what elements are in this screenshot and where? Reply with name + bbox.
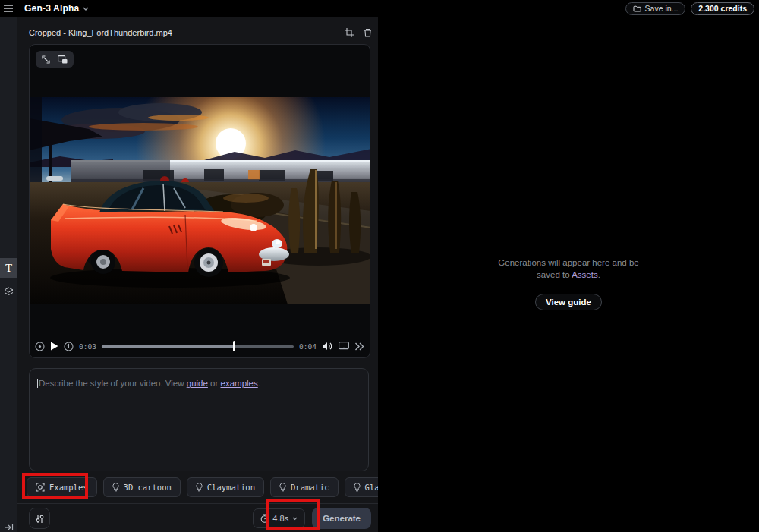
style-chips-row: Examples 3D cartoon Claymation Dramatic … — [27, 477, 378, 498]
video-preview: 0:03 0:04 — [29, 44, 370, 358]
results-area: Generations will appear here and be save… — [378, 17, 759, 532]
examples-link[interactable]: examples — [221, 379, 258, 388]
lightbulb-icon — [279, 483, 286, 492]
play-button[interactable] — [50, 342, 58, 351]
play-icon — [50, 342, 58, 351]
generate-button[interactable]: Generate — [312, 508, 371, 529]
divider — [17, 503, 378, 504]
top-bar: Gen-3 Alpha Save in... 2.300 credits — [0, 0, 759, 17]
sliders-icon — [36, 514, 44, 524]
crop-icon — [345, 28, 354, 37]
player-controls: 0:03 0:04 — [35, 338, 364, 354]
loop-button[interactable] — [64, 342, 74, 351]
display-icon — [339, 342, 349, 351]
present-button[interactable] — [339, 342, 349, 351]
video-frame-car-sunset[interactable] — [30, 97, 370, 304]
prompt-placeholder: Describe the style of your video. View g… — [37, 379, 260, 388]
editor-panel: Cropped - Kling_FordThunderbird.mp4 — [17, 17, 378, 532]
empty-line1: Generations will appear here and be — [498, 258, 638, 267]
double-chevron-icon — [354, 342, 364, 351]
style-chip-dramatic[interactable]: Dramatic — [270, 477, 339, 497]
expand-diagonal-icon — [42, 55, 50, 64]
save-in-button[interactable]: Save in... — [625, 2, 686, 15]
clip-header: Cropped - Kling_FordThunderbird.mp4 — [29, 26, 372, 39]
playhead-handle[interactable] — [233, 341, 235, 351]
style-chip-examples[interactable]: Examples — [27, 477, 97, 497]
prompt-input[interactable]: Describe the style of your video. View g… — [29, 368, 369, 471]
current-time: 0:03 — [79, 342, 96, 351]
layers-button[interactable] — [0, 282, 17, 301]
style-chip-glass[interactable]: Glass — [345, 477, 378, 497]
arrow-to-right-icon — [5, 524, 14, 531]
skip-forward-button[interactable] — [354, 342, 364, 351]
trash-icon — [364, 28, 372, 37]
menu-icon[interactable] — [0, 0, 17, 17]
playback-speed-button[interactable] — [35, 342, 45, 351]
speed-dial-icon — [35, 342, 45, 351]
seek-bar[interactable] — [102, 345, 294, 348]
text-caret — [37, 379, 38, 388]
view-guide-button[interactable]: View guide — [535, 294, 602, 310]
lightbulb-icon — [354, 483, 361, 492]
duration-dropdown[interactable]: 4.8s — [253, 508, 305, 528]
crop-button[interactable] — [345, 28, 354, 37]
left-rail: T — [0, 17, 17, 532]
model-title: Gen-3 Alpha — [24, 3, 79, 14]
text-tool-label: T — [5, 263, 12, 274]
duration-value: 4.8s — [272, 514, 288, 523]
loop-icon — [64, 342, 74, 351]
lightbulb-icon — [196, 483, 203, 492]
resize-button[interactable] — [42, 55, 50, 64]
volume-icon — [322, 342, 333, 351]
style-chip-claymation[interactable]: Claymation — [187, 477, 264, 497]
pip-button[interactable] — [58, 55, 68, 64]
volume-button[interactable] — [322, 342, 333, 351]
player-progress-fill — [102, 345, 235, 348]
style-chip-3d-cartoon[interactable]: 3D cartoon — [103, 477, 181, 497]
total-time: 0:04 — [299, 342, 317, 351]
settings-button[interactable] — [29, 508, 50, 529]
credits-label: 2.300 credits — [698, 4, 747, 13]
stopwatch-icon — [260, 514, 269, 523]
chevron-down-icon — [83, 7, 89, 11]
delete-button[interactable] — [364, 28, 372, 37]
clip-title: Cropped - Kling_FordThunderbird.mp4 — [29, 28, 172, 37]
generation-bar: 4.8s Generate — [29, 505, 371, 531]
assets-link[interactable]: Assets — [572, 270, 598, 279]
scan-icon — [36, 483, 45, 492]
text-tool-button[interactable]: T — [0, 258, 17, 278]
layers-icon — [4, 287, 14, 296]
picture-in-picture-icon — [58, 55, 68, 64]
model-selector[interactable]: Gen-3 Alpha — [24, 3, 89, 14]
lightbulb-icon — [112, 483, 119, 492]
credits-button[interactable]: 2.300 credits — [691, 2, 754, 15]
preview-toolbar — [36, 51, 74, 68]
folder-icon — [633, 5, 641, 12]
divider — [17, 3, 17, 14]
empty-state: Generations will appear here and be save… — [378, 257, 759, 310]
expand-sidebar-button[interactable] — [0, 518, 17, 532]
save-in-label: Save in... — [645, 4, 679, 13]
empty-line2: saved to — [537, 270, 572, 279]
chevron-down-icon — [292, 517, 298, 521]
guide-link[interactable]: guide — [187, 379, 208, 388]
